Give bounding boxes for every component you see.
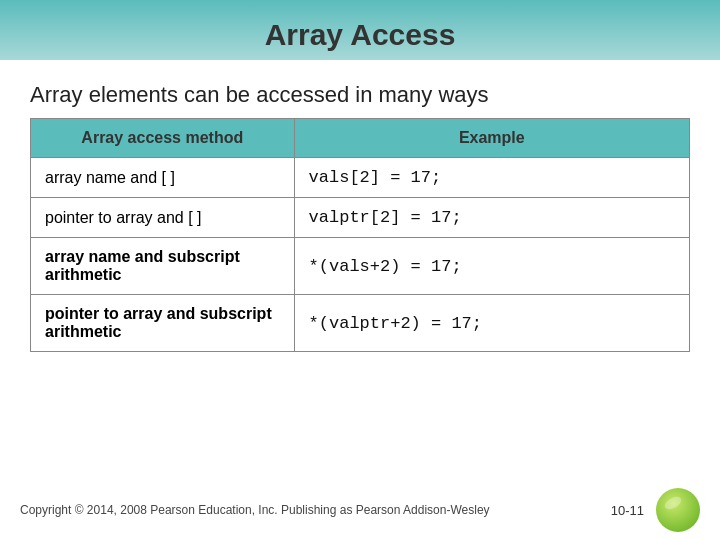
method-cell: array name and subscript arithmetic	[31, 238, 295, 295]
bottom-right: 10-11	[611, 488, 700, 532]
slide-title: Array Access	[0, 0, 720, 52]
footer: Copyright © 2014, 2008 Pearson Education…	[20, 488, 700, 532]
example-cell: valptr[2] = 17;	[294, 198, 689, 238]
method-cell: array name and [ ]	[31, 158, 295, 198]
table-row: array name and subscript arithmetic*(val…	[31, 238, 690, 295]
method-cell: pointer to array and [ ]	[31, 198, 295, 238]
table-row: pointer to array and [ ]valptr[2] = 17;	[31, 198, 690, 238]
table-row: array name and [ ]vals[2] = 17;	[31, 158, 690, 198]
table-row: pointer to array and subscript arithmeti…	[31, 295, 690, 352]
table-container: Array access method Example array name a…	[30, 118, 690, 352]
page-number: 10-11	[611, 503, 644, 518]
example-cell: *(valptr+2) = 17;	[294, 295, 689, 352]
subtitle: Array elements can be accessed in many w…	[30, 82, 690, 108]
method-cell: pointer to array and subscript arithmeti…	[31, 295, 295, 352]
col-header-method: Array access method	[31, 119, 295, 158]
lime-icon	[656, 488, 700, 532]
col-header-example: Example	[294, 119, 689, 158]
copyright-text: Copyright © 2014, 2008 Pearson Education…	[20, 503, 490, 517]
example-cell: vals[2] = 17;	[294, 158, 689, 198]
example-cell: *(vals+2) = 17;	[294, 238, 689, 295]
array-access-table: Array access method Example array name a…	[30, 118, 690, 352]
